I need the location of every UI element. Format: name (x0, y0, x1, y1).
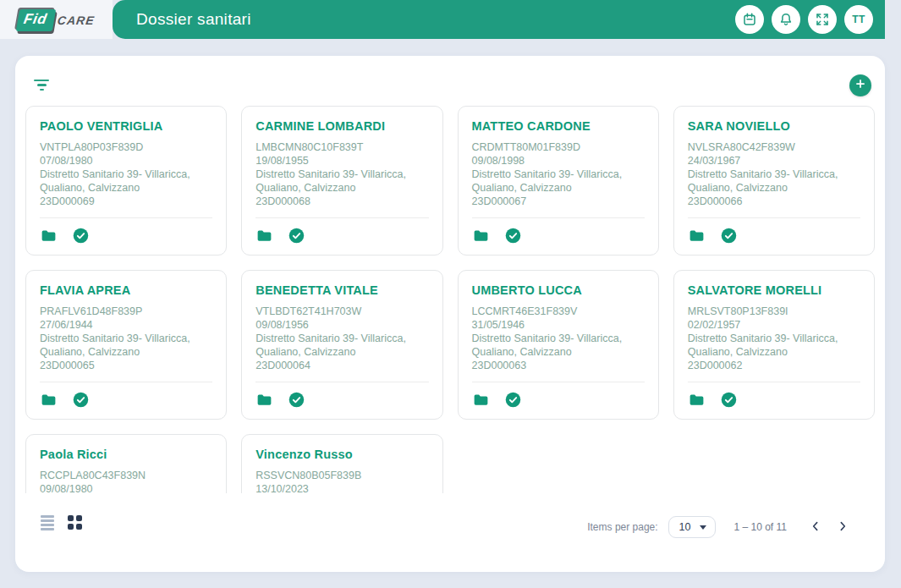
patient-card[interactable]: MATTEO CARDONE CRDMTT80M01F839D 09/08/19… (458, 106, 659, 256)
district: Distretto Sanitario 39- Villaricca, Qual… (688, 332, 860, 359)
add-dossier-button[interactable] (849, 74, 871, 96)
notifications-button[interactable] (772, 5, 800, 34)
patient-name: BENEDETTA VITALE (255, 283, 428, 298)
content-panel: PAOLO VENTRIGLIA VNTPLA80P03F839D 07/08/… (15, 56, 885, 572)
birth-date: 09/08/1956 (255, 318, 428, 332)
card-actions (255, 227, 428, 245)
patient-details: NVLSRA80C42F839W 24/03/1967 Distretto Sa… (688, 140, 860, 208)
fiscal-code: NVLSRA80C42F839W (688, 140, 860, 154)
logo-fid-mark: Fid (16, 9, 57, 31)
items-per-page-select[interactable]: 10 (668, 516, 716, 538)
divider (472, 217, 645, 218)
patient-name: MATTEO CARDONE (472, 118, 645, 134)
card-actions (688, 227, 860, 245)
check-circle-icon[interactable] (72, 391, 90, 409)
check-circle-icon[interactable] (720, 391, 738, 409)
fullscreen-button[interactable] (808, 5, 837, 34)
divider (40, 217, 212, 218)
previous-page-button[interactable] (804, 515, 827, 539)
folder-icon[interactable] (472, 391, 490, 409)
items-per-page-label: Items per page: (587, 521, 657, 533)
patient-name: UMBERTO LUCCA (472, 283, 645, 298)
divider (688, 217, 860, 218)
calendar-button[interactable] (735, 5, 764, 34)
patient-details: RCCPLA80C43F839N 09/08/1980 Distretto Sa… (40, 469, 212, 493)
patient-details: RSSVCN80B05F839B 13/10/2023 Distretto Sa… (255, 469, 428, 493)
divider (688, 382, 860, 382)
district: Distretto Sanitario 39- Villaricca, Qual… (40, 168, 212, 195)
fiscal-code: RSSVCN80B05F839B (255, 469, 428, 482)
folder-icon[interactable] (40, 391, 58, 409)
folder-icon[interactable] (40, 227, 58, 245)
dossier-number: 23D000068 (255, 195, 428, 208)
patient-details: LCCMRT46E31F839V 31/05/1946 Distretto Sa… (472, 305, 645, 372)
app-header: Dossier sanitari (113, 0, 885, 39)
divider (472, 382, 645, 382)
header-actions: TT (735, 5, 873, 34)
page-range-label: 1 – 10 of 11 (734, 521, 788, 533)
fidcare-logo: Fid CARE (18, 9, 95, 31)
check-circle-icon[interactable] (504, 227, 522, 245)
district: Distretto Sanitario 39- Villaricca, Qual… (688, 168, 860, 195)
folder-icon[interactable] (688, 227, 706, 245)
district: Distretto Sanitario 39- Villaricca, Qual… (40, 332, 212, 359)
divider (255, 382, 428, 382)
patient-details: VTLBDT62T41H703W 09/08/1956 Distretto Sa… (255, 305, 428, 372)
folder-icon[interactable] (255, 391, 273, 409)
patient-card[interactable]: PAOLO VENTRIGLIA VNTPLA80P03F839D 07/08/… (25, 106, 227, 256)
bell-icon (778, 12, 794, 27)
patient-card[interactable]: FLAVIA APREA PRAFLV61D48F839P 27/06/1944… (25, 270, 227, 420)
patient-card[interactable]: SALVATORE MORELLI MRLSVT80P13F839I 02/02… (673, 270, 875, 420)
dossier-number: 23D000062 (688, 359, 860, 372)
fiscal-code: VNTPLA80P03F839D (40, 140, 212, 154)
birth-date: 07/08/1980 (40, 154, 212, 168)
patient-card[interactable]: Paola Ricci RCCPLA80C43F839N 09/08/1980 … (25, 434, 227, 493)
patient-details: LMBCMN80C10F839T 19/08/1955 Distretto Sa… (255, 140, 428, 208)
dossier-number: 23D000066 (688, 195, 860, 208)
fiscal-code: RCCPLA80C43F839N (40, 469, 212, 482)
dossier-number: 23D000063 (472, 359, 645, 372)
patient-card[interactable]: BENEDETTA VITALE VTLBDT62T41H703W 09/08/… (241, 270, 442, 420)
calendar-icon (742, 12, 757, 27)
card-actions (40, 227, 212, 245)
patient-name: CARMINE LOMBARDI (255, 118, 428, 134)
patient-card[interactable]: Vincenzo Russo RSSVCN80B05F839B 13/10/20… (241, 434, 442, 493)
district: Distretto Sanitario 39- Villaricca, Qual… (472, 332, 645, 359)
card-actions (472, 391, 645, 409)
grid-view-icon[interactable] (68, 515, 82, 530)
patient-name: Vincenzo Russo (255, 447, 428, 462)
chevron-left-icon (809, 519, 822, 536)
patient-card[interactable]: SARA NOVIELLO NVLSRA80C42F839W 24/03/196… (673, 106, 875, 256)
patient-card[interactable]: UMBERTO LUCCA LCCMRT46E31F839V 31/05/194… (458, 270, 659, 420)
check-circle-icon[interactable] (288, 391, 305, 409)
user-avatar[interactable]: TT (844, 5, 873, 34)
patient-name: FLAVIA APREA (40, 283, 212, 298)
patient-details: VNTPLA80P03F839D 07/08/1980 Distretto Sa… (40, 140, 212, 208)
card-actions (255, 391, 428, 409)
check-circle-icon[interactable] (504, 391, 522, 409)
folder-icon[interactable] (472, 227, 490, 245)
next-page-button[interactable] (831, 515, 854, 539)
card-scroll-area[interactable]: PAOLO VENTRIGLIA VNTPLA80P03F839D 07/08/… (15, 106, 885, 493)
view-toggles (41, 515, 82, 530)
check-circle-icon[interactable] (720, 227, 738, 245)
folder-icon[interactable] (688, 391, 706, 409)
filter-icon[interactable] (34, 80, 49, 91)
paginator: Items per page: 10 1 – 10 of 11 (587, 515, 854, 539)
folder-icon[interactable] (255, 227, 273, 245)
plus-icon (854, 78, 866, 93)
patient-card[interactable]: CARMINE LOMBARDI LMBCMN80C10F839T 19/08/… (241, 106, 442, 256)
patient-name: Paola Ricci (40, 447, 212, 462)
birth-date: 13/10/2023 (255, 482, 428, 493)
district: Distretto Sanitario 39- Villaricca, Qual… (472, 168, 645, 195)
patient-details: MRLSVT80P13F839I 02/02/1957 Distretto Sa… (688, 305, 860, 372)
birth-date: 09/08/1998 (472, 154, 645, 168)
list-view-icon[interactable] (41, 515, 54, 530)
district: Distretto Sanitario 39- Villaricca, Qual… (255, 332, 428, 359)
dossier-number: 23D000067 (472, 195, 645, 208)
birth-date: 31/05/1946 (472, 318, 645, 332)
check-circle-icon[interactable] (72, 227, 90, 245)
birth-date: 27/06/1944 (40, 318, 212, 332)
patient-grid: PAOLO VENTRIGLIA VNTPLA80P03F839D 07/08/… (25, 106, 875, 493)
check-circle-icon[interactable] (288, 227, 305, 245)
